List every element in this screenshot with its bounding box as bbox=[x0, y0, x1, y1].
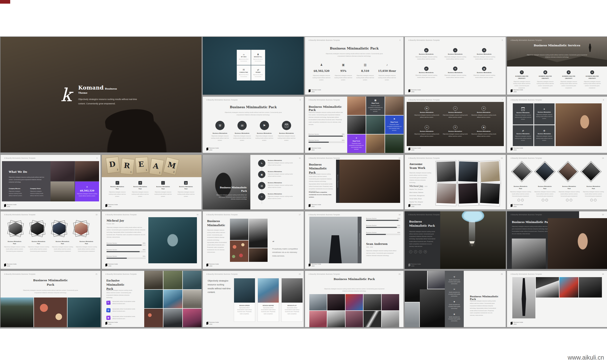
strip-caption: Quickly repurpose top innovation before … bbox=[447, 316, 462, 322]
slide-exclusive-pack: A Beautify Minimalistic Business Templat… bbox=[102, 271, 201, 327]
section-paragraph: Objectively strategize resource sucking … bbox=[9, 176, 45, 183]
bar-value: 85% bbox=[143, 249, 145, 250]
feature-tile: 31Business MinimalisticObjectively strat… bbox=[513, 103, 533, 125]
photo-man-on-road bbox=[385, 134, 404, 153]
folder-icon: ✉ bbox=[243, 68, 245, 71]
footer-year: 2016 bbox=[514, 91, 516, 92]
photo-title: Business Minimalistic Pack bbox=[218, 186, 247, 193]
member-caption: Objectively strategize resource sucking … bbox=[28, 246, 49, 252]
slide-header: A Beautify Minimalistic Business Templat… bbox=[4, 214, 35, 216]
box-icon: ▣ bbox=[258, 171, 265, 178]
photo-dancing-woman bbox=[183, 271, 201, 289]
feature-text: Appropriately deliver functionalized vor… bbox=[112, 308, 137, 312]
watermark-url: www.aikuli.cn bbox=[568, 354, 604, 361]
tile-caption: Objectively strategize resource sucking … bbox=[515, 135, 532, 142]
bank-icon: ♚ bbox=[453, 301, 455, 303]
slide-gallery-ten: A Beautify Minimalistic Business Templat… bbox=[305, 271, 404, 327]
scrabble-tile: A1 bbox=[149, 158, 164, 175]
polaroid-photo bbox=[457, 182, 479, 206]
slide-team-overlay: A Beautify Minimalistic Business Templat… bbox=[405, 97, 506, 153]
stat-value: 15,650 Hour bbox=[378, 69, 396, 72]
briefcase-icon: ⚒ bbox=[138, 181, 142, 185]
paper-plane-icon: ✈ bbox=[543, 108, 545, 110]
photo-fog-silhouette bbox=[405, 302, 419, 327]
paragraph: Objectively strategize resource sucking … bbox=[409, 172, 432, 184]
item-caption: Objectively strategize resource sucking … bbox=[472, 56, 497, 60]
slide-footer: Business Inside2016 bbox=[206, 147, 219, 151]
photo-woman-scarf bbox=[458, 161, 478, 182]
team-member: Tomas Gahan, Brook bbox=[409, 197, 425, 200]
member-caption: Objectively strategize resource sucking … bbox=[52, 246, 73, 252]
footer-year: 2016 bbox=[209, 149, 212, 151]
team-member: Devid Harle, Management bbox=[409, 194, 425, 197]
card-body: Appropriately deliver functionalized. bbox=[238, 74, 250, 78]
cover-title-line2: Theme bbox=[78, 91, 117, 94]
col-heading: BUSINESS ANALYSIS CREATIVITY bbox=[562, 75, 576, 80]
card-caption: Appropriately deliver functionalized vor… bbox=[260, 307, 277, 315]
slide-pack-strip: A Beautify Minimalistic Business Templat… bbox=[0, 271, 101, 327]
paragraph: Objectively strategize resource sucking … bbox=[106, 289, 135, 299]
polaroid-photo bbox=[435, 182, 457, 206]
footer-year: 2016 bbox=[312, 206, 315, 207]
photo-fern-woman bbox=[148, 217, 197, 263]
slide-timeline: Business Minimalistic Pack Objectively s… bbox=[203, 155, 304, 209]
item-caption: Objectively strategize resource sucking … bbox=[277, 135, 296, 142]
team-member: Stephan Ters, Designer bbox=[409, 200, 425, 204]
profile-name: Micheal Jay bbox=[106, 219, 124, 222]
brand-flag-icon bbox=[409, 204, 410, 207]
slide-awesome-team: A Beautify Minimalistic Business Templat… bbox=[405, 155, 506, 209]
footer-brand: Business Inside bbox=[411, 89, 421, 91]
pen-icon: ✎ bbox=[258, 160, 265, 167]
slide-sean-anderson: A Beautify Minimalistic Business Templat… bbox=[305, 211, 404, 269]
org-chart-icon: ⚘ bbox=[116, 181, 119, 185]
template-preview-poster: k Komand Business Theme Objectively stra… bbox=[0, 0, 607, 364]
brand-flag-icon bbox=[105, 263, 107, 266]
item-heading: Business Minimalistic bbox=[477, 72, 492, 73]
chat-bubbles-icon: ✉ bbox=[238, 121, 247, 130]
design-card: DESIGN INSPIRE Appropriately deliver fun… bbox=[258, 278, 279, 322]
footer-brand: Business Inside bbox=[7, 204, 16, 205]
slide-diamond-team: A Beautify Minimalistic Business Templat… bbox=[507, 155, 607, 209]
bar-label: Business Section bbox=[309, 133, 319, 135]
member-caption: Objectively strategize resource sucking … bbox=[583, 191, 604, 197]
diamond-photo bbox=[513, 162, 531, 181]
item-caption: Objectively strategize resource sucking … bbox=[412, 133, 441, 137]
clipboard-icon: ▦ bbox=[482, 66, 486, 71]
vimeo-icon: v bbox=[419, 250, 422, 253]
slide-cave-dark: A Beautify Minimalistic Business Templat… bbox=[405, 211, 506, 269]
lead-name: Micheal Jay, bbox=[409, 185, 423, 187]
item-heading: Business Minimalistic bbox=[477, 53, 492, 55]
profile-years: 1910 - 2016 bbox=[366, 246, 373, 248]
profile-name: Sean Anderson bbox=[366, 242, 387, 245]
item-caption: Objectively strategize resource sucking … bbox=[470, 114, 498, 118]
skill-bar bbox=[366, 220, 400, 221]
photo-dark-woman bbox=[327, 294, 345, 310]
stat-caption: Objectively strategize resource sucking … bbox=[378, 75, 396, 81]
stat-value: 95% bbox=[340, 69, 346, 72]
photo-red-blue-art bbox=[559, 277, 578, 298]
photo-man-bw bbox=[582, 163, 600, 181]
bar-value: 90% bbox=[397, 225, 400, 226]
col-heading: Business Minimalistic Pack bbox=[179, 186, 193, 190]
photo-blonde-bw bbox=[512, 239, 546, 269]
slide-four-circles: A Beautify Minimalistic Business Templat… bbox=[203, 97, 304, 153]
page-number: 2 bbox=[399, 39, 400, 41]
member-heading: Business Minimalistic Pack bbox=[31, 240, 46, 245]
bold-note: Proactively matrix competitive revolutio… bbox=[309, 191, 333, 198]
photo-man-splash bbox=[363, 294, 381, 310]
clipboard-icon: ▦ bbox=[374, 99, 377, 102]
slide-collage-quote: A Beautify Minimalistic Business Templat… bbox=[203, 211, 304, 269]
slide-title: Business Minimalistic Pack bbox=[470, 295, 501, 300]
slide-footer: Business Inside2016 bbox=[511, 321, 523, 325]
bar-value: 95% bbox=[397, 218, 400, 219]
bar-label: Business Section bbox=[366, 218, 377, 219]
slide-title: Business Minimalistic Pack bbox=[30, 278, 71, 287]
diamond-photo bbox=[536, 162, 554, 181]
photo-woman-scarf bbox=[536, 163, 554, 181]
idea-card: ⇄PROMOAppropriately deliver functionaliz… bbox=[251, 65, 265, 80]
brand-flag-icon bbox=[105, 204, 107, 207]
photo-red-lips-woman bbox=[458, 183, 478, 204]
item-heading: Business Minimalistic bbox=[448, 53, 463, 55]
briefcase-icon: ⚒ bbox=[453, 276, 455, 278]
member-heading: Business Minimalistic Pack bbox=[7, 240, 22, 245]
